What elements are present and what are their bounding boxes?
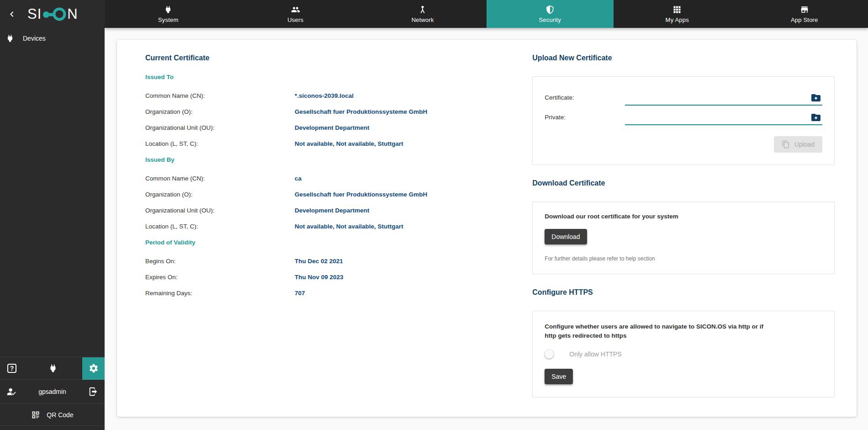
sidebar-header: SI N <box>0 0 105 28</box>
cert-row: Organization (O): Gesellschaft fuer Prod… <box>145 191 532 198</box>
cert-value: Not available, Not available, Stuttgart <box>295 140 403 147</box>
issued-by-group: Issued By Common Name (CN): ca Organizat… <box>145 156 532 230</box>
username-label: gpsadmin <box>16 388 88 395</box>
section-title: Current Certificate <box>145 53 532 63</box>
subsection-title: Issued To <box>145 74 532 80</box>
cert-value: ca <box>295 175 302 182</box>
qr-code-label: QR Code <box>47 411 73 419</box>
private-field-label: Private: <box>545 114 625 125</box>
cert-value: *.siconos-2039.local <box>295 92 354 99</box>
cert-label: Organizational Unit (OU): <box>145 124 295 131</box>
gear-icon <box>89 363 99 373</box>
cert-label: Remaining Days: <box>145 290 295 297</box>
tab-my-apps[interactable]: My Apps <box>614 0 741 28</box>
qr-code-button[interactable]: QR Code <box>0 403 105 426</box>
tab-label: Users <box>287 16 303 23</box>
cert-value: Development Department <box>295 207 370 214</box>
logo-text-right: N <box>67 7 78 21</box>
cert-label: Begins On: <box>145 258 295 265</box>
settings-button-active[interactable] <box>82 357 105 380</box>
subsection-title: Issued By <box>145 156 532 163</box>
https-toggle-label: Only allow HTTPS <box>569 350 621 358</box>
save-button[interactable]: Save <box>545 369 573 384</box>
cert-value: Development Department <box>295 124 370 131</box>
devices-shortcut-button[interactable] <box>24 363 82 373</box>
download-button[interactable]: Download <box>545 229 587 244</box>
cert-row: Organizational Unit (OU): Development De… <box>145 124 532 131</box>
logo-text-left: SI <box>27 7 42 21</box>
private-field-row: Private: <box>545 112 822 125</box>
cert-row: Organizational Unit (OU): Development De… <box>145 207 532 214</box>
certificate-field-label: Certificate: <box>545 94 625 106</box>
tab-label: App Store <box>791 16 818 23</box>
section-title: Configure HTTPS <box>532 288 835 297</box>
tab-label: My Apps <box>666 16 689 23</box>
certificate-field-row: Certificate: <box>545 92 822 106</box>
download-description: Download our root certificate for your s… <box>545 213 822 220</box>
certificate-file-input[interactable] <box>625 92 822 106</box>
sicon-logo: SI N <box>27 7 78 21</box>
tab-label: Security <box>539 16 561 23</box>
cert-value: 707 <box>295 290 305 297</box>
private-file-input[interactable] <box>625 112 822 125</box>
tab-app-store[interactable]: App Store <box>741 0 868 28</box>
plug-icon <box>48 363 58 373</box>
folder-plus-icon[interactable] <box>810 112 821 123</box>
subsection-title: Period of Validity <box>145 239 532 246</box>
help-icon: ? <box>7 364 16 373</box>
network-icon <box>418 5 427 14</box>
cert-label: Common Name (CN): <box>145 175 295 182</box>
tab-label: Network <box>412 16 434 23</box>
help-button[interactable]: ? <box>0 364 24 373</box>
cert-label: Location (L, ST, C): <box>145 140 295 147</box>
cert-value: Thu Dec 02 2021 <box>295 258 343 265</box>
cert-label: Organizational Unit (OU): <box>145 207 295 214</box>
cert-row: Remaining Days: 707 <box>145 290 532 297</box>
security-card: Current Certificate Issued To Common Nam… <box>117 40 857 417</box>
folder-plus-icon[interactable] <box>810 92 821 103</box>
plug-icon <box>164 5 173 14</box>
sidebar-item-label: Devices <box>23 35 46 42</box>
upload-button-row: Upload <box>545 136 822 153</box>
only-https-toggle[interactable] <box>546 351 562 357</box>
download-help-text: For further details please refer to help… <box>545 255 822 262</box>
right-column: Upload New Certificate Certificate: Priv… <box>532 53 835 417</box>
cert-value: Gesellschaft fuer Produktionssysteme Gmb… <box>295 191 427 198</box>
back-chevron-icon[interactable] <box>6 9 17 20</box>
cert-label: Common Name (CN): <box>145 92 295 99</box>
tab-users[interactable]: Users <box>232 0 360 28</box>
cert-row: Expires On: Thu Nov 09 2023 <box>145 274 532 281</box>
plug-icon <box>5 34 15 43</box>
tab-system[interactable]: System <box>105 0 232 28</box>
tab-security-active[interactable]: Security <box>487 0 614 28</box>
https-description: Configure whether users are allowed to n… <box>545 322 766 340</box>
tab-network[interactable]: Network <box>359 0 487 28</box>
upload-button[interactable]: Upload <box>774 136 822 153</box>
toggle-thumb[interactable] <box>545 350 554 359</box>
logout-icon[interactable] <box>88 387 98 397</box>
cert-row: Begins On: Thu Dec 02 2021 <box>145 258 532 265</box>
cert-label: Organization (O): <box>145 191 295 198</box>
cert-value: Not available, Not available, Stuttgart <box>295 223 403 230</box>
user-check-icon <box>6 387 16 397</box>
logo-molecule-icon <box>42 7 67 21</box>
validity-group: Period of Validity Begins On: Thu Dec 02… <box>145 239 532 297</box>
grid-icon <box>672 5 682 14</box>
main-content: Current Certificate Issued To Common Nam… <box>105 28 868 430</box>
configure-https-panel: Configure whether users are allowed to n… <box>532 311 835 398</box>
upload-button-label: Upload <box>794 141 815 148</box>
sidebar-spacer <box>0 49 105 357</box>
download-panel: Download our root certificate for your s… <box>532 202 835 274</box>
cert-row: Location (L, ST, C): Not available, Not … <box>145 223 532 230</box>
cert-value: Thu Nov 09 2023 <box>295 274 344 281</box>
cert-label: Expires On: <box>145 274 295 281</box>
https-toggle-row: Only allow HTTPS <box>545 350 822 358</box>
tab-label: System <box>158 16 179 23</box>
cert-row: Common Name (CN): ca <box>145 175 532 182</box>
section-title: Upload New Certificate <box>532 53 835 63</box>
sidebar-item-devices[interactable]: Devices <box>0 28 105 49</box>
cert-label: Organization (O): <box>145 108 295 115</box>
cert-value: Gesellschaft fuer Produktionssysteme Gmb… <box>295 108 427 115</box>
sidebar-icons-row: ? <box>0 357 105 379</box>
top-navigation: System Users Network Security My Apps Ap… <box>105 0 868 28</box>
